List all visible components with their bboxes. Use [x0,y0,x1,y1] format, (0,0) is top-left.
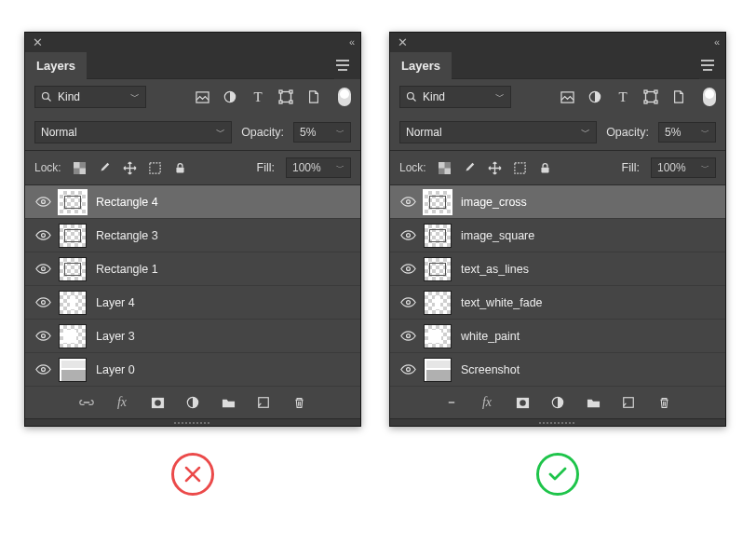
layer-name[interactable]: Layer 0 [94,363,360,376]
layer-thumbnail[interactable] [424,190,452,214]
opacity-dropdown[interactable]: 5% ﹀ [293,122,351,143]
tab-layers[interactable]: Layers [390,52,452,79]
group-icon[interactable] [586,395,601,410]
lock-all-icon[interactable] [538,161,552,175]
visibility-eye-icon[interactable] [34,196,51,208]
filter-shape-icon[interactable] [278,89,293,104]
close-icon[interactable]: ✕ [398,35,408,49]
adjustment-layer-icon[interactable] [550,395,565,410]
lock-transparency-icon[interactable] [438,161,452,175]
visibility-eye-icon[interactable] [399,196,416,208]
lock-brush-icon[interactable] [98,161,112,175]
layer-thumbnail[interactable] [424,358,452,382]
group-icon[interactable] [221,395,236,410]
layer-row[interactable]: image_square [390,219,725,252]
filter-type-icon[interactable]: T [615,89,630,104]
resize-handle[interactable] [25,418,360,426]
filter-shape-icon[interactable] [643,89,658,104]
layer-thumbnail[interactable] [59,358,87,382]
mask-icon[interactable] [515,395,530,410]
lock-all-icon[interactable] [173,161,187,175]
layer-row[interactable]: Rectangle 3 [25,219,360,252]
visibility-eye-icon[interactable] [34,330,51,342]
fill-dropdown[interactable]: 100% ﹀ [286,157,351,178]
layer-row[interactable]: image_cross [390,185,725,219]
mask-icon[interactable] [150,395,165,410]
filter-toggle[interactable] [338,88,351,106]
filter-smartobject-icon[interactable] [671,89,686,104]
visibility-eye-icon[interactable] [34,296,51,308]
trash-icon[interactable] [656,395,671,410]
visibility-eye-icon[interactable] [399,229,416,241]
new-layer-icon[interactable] [256,395,271,410]
visibility-eye-icon[interactable] [34,263,51,275]
visibility-eye-icon[interactable] [34,229,51,241]
layer-thumbnail[interactable] [424,291,452,315]
layer-row[interactable]: text_white_fade [390,286,725,320]
visibility-eye-icon[interactable] [34,363,51,375]
filter-adjustment-icon[interactable] [587,89,602,104]
filter-image-icon[interactable] [195,89,209,104]
panel-menu-icon[interactable] [334,55,355,75]
link-icon[interactable] [444,395,459,410]
visibility-eye-icon[interactable] [399,263,416,275]
adjustment-layer-icon[interactable] [185,395,200,410]
layer-name[interactable]: text_as_lines [459,263,725,276]
layer-thumbnail[interactable] [424,257,452,281]
layer-name[interactable]: Layer 3 [94,330,360,343]
layer-name[interactable]: Screenshot [459,363,725,376]
collapse-icon[interactable]: « [714,36,718,48]
new-layer-icon[interactable] [621,395,636,410]
layer-row[interactable]: text_as_lines [390,252,725,286]
blend-mode-dropdown[interactable]: Normal ﹀ [399,121,597,143]
filter-smartobject-icon[interactable] [306,89,321,104]
layer-row[interactable]: Layer 3 [25,320,360,353]
layer-thumbnail[interactable] [59,257,87,281]
lock-move-icon[interactable] [123,161,137,175]
collapse-icon[interactable]: « [349,36,353,48]
visibility-eye-icon[interactable] [399,363,416,375]
link-icon[interactable] [79,395,94,410]
lock-artboard-icon[interactable] [513,161,527,175]
layer-name[interactable]: Rectangle 3 [94,229,360,242]
tab-layers[interactable]: Layers [25,52,87,79]
resize-handle[interactable] [390,418,725,426]
layer-row[interactable]: Layer 0 [25,353,360,387]
layer-name[interactable]: Rectangle 4 [94,196,360,209]
lock-transparency-icon[interactable] [73,161,87,175]
lock-artboard-icon[interactable] [148,161,162,175]
trash-icon[interactable] [291,395,306,410]
layer-row[interactable]: Rectangle 4 [25,185,360,219]
panel-menu-icon[interactable] [699,55,720,75]
visibility-eye-icon[interactable] [399,296,416,308]
filter-kind-dropdown[interactable]: Kind ﹀ [399,86,511,108]
filter-adjustment-icon[interactable] [223,89,237,104]
filter-type-icon[interactable]: T [250,89,265,104]
effects-icon[interactable]: fx [115,395,129,410]
visibility-eye-icon[interactable] [399,330,416,342]
layer-thumbnail[interactable] [424,324,452,348]
layer-name[interactable]: Rectangle 1 [94,263,360,276]
filter-image-icon[interactable] [560,89,574,104]
layer-row[interactable]: Rectangle 1 [25,252,360,286]
lock-brush-icon[interactable] [463,161,477,175]
filter-kind-dropdown[interactable]: Kind ﹀ [34,86,146,108]
layer-name[interactable]: image_square [459,229,725,242]
layer-name[interactable]: Layer 4 [94,296,360,309]
opacity-dropdown[interactable]: 5% ﹀ [658,122,716,143]
layer-thumbnail[interactable] [59,291,87,315]
close-icon[interactable]: ✕ [33,35,43,49]
layer-name[interactable]: text_white_fade [459,296,725,309]
layer-name[interactable]: white_paint [459,330,725,343]
filter-toggle[interactable] [703,88,716,106]
layer-row[interactable]: Screenshot [390,353,725,387]
effects-icon[interactable]: fx [479,395,494,410]
layer-thumbnail[interactable] [424,224,452,248]
layer-row[interactable]: Layer 4 [25,286,360,320]
layer-thumbnail[interactable] [59,190,87,214]
layer-thumbnail[interactable] [59,324,87,348]
layer-thumbnail[interactable] [59,224,87,248]
layer-name[interactable]: image_cross [459,196,725,209]
lock-move-icon[interactable] [488,161,502,175]
fill-dropdown[interactable]: 100% ﹀ [651,157,716,178]
